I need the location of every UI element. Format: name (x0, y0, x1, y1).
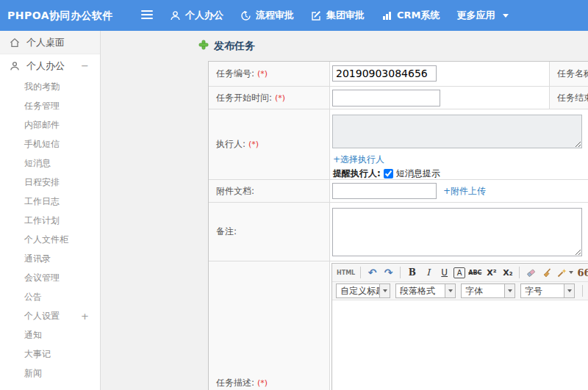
sidebar-item-news[interactable]: 新闻 (0, 364, 100, 383)
attachment-upload-link[interactable]: +附件上传 (443, 185, 486, 198)
strikethrough-button[interactable]: ABC (467, 265, 482, 280)
label-text: 执行人: (216, 138, 245, 151)
edit-icon (311, 10, 322, 21)
form-row-description: 任务描述: (*) HTML ↶ ↷ B I U A ABC (209, 261, 588, 390)
editor-toolbar-row-2: 自定义标题 段落格式 字体 字号 (332, 282, 588, 300)
description-label: 任务描述: (*) (209, 261, 330, 390)
history-icon (240, 10, 251, 21)
required-mark: (*) (248, 140, 259, 149)
auto-format-icon[interactable] (556, 265, 574, 280)
attachment-input[interactable] (332, 183, 437, 199)
nav-crm[interactable]: CRM系统 (381, 9, 440, 22)
sidebar-item-label: 新闻 (24, 367, 42, 380)
nav-personal-office[interactable]: 个人办公 (170, 9, 223, 22)
nav-more-apps[interactable]: 更多应用 (457, 9, 509, 22)
sidebar-item-contacts[interactable]: 通讯录 (0, 249, 100, 268)
sidebar-item-short-message[interactable]: 短消息 (0, 154, 100, 173)
custom-title-select[interactable]: 自定义标题 (336, 284, 390, 298)
nav-group-approval[interactable]: 集团审批 (311, 9, 365, 22)
chevron-down-icon (569, 271, 573, 274)
sidebar-item-internal-mail[interactable]: 内部邮件 (0, 115, 100, 134)
select-value: 自定义标题 (337, 285, 379, 297)
required-mark: (*) (257, 69, 268, 79)
page-title: 发布任务 (198, 39, 255, 53)
sidebar-item-personal-settings[interactable]: 个人设置 + (0, 306, 100, 325)
sidebar-item-attendance[interactable]: 我的考勤 (0, 77, 100, 96)
label-text: 备注: (216, 225, 237, 238)
plus-icon (198, 39, 209, 53)
border-text-button[interactable]: A (453, 267, 465, 278)
select-value: 字号 (521, 285, 564, 297)
nav-workflow-approval[interactable]: 流程审批 (240, 9, 294, 22)
sidebar-item-personal-office[interactable]: 个人办公 − (0, 54, 100, 77)
sidebar-item-announcement[interactable]: 公告 (0, 287, 100, 306)
home-icon (10, 37, 20, 48)
sidebar-item-memorabilia[interactable]: 大事记 (0, 344, 100, 364)
sidebar-item-label: 通知 (24, 329, 42, 342)
attachment-cell: +附件上传 (330, 180, 588, 202)
italic-button[interactable]: I (421, 265, 435, 280)
app-logo: PHPOA协同办公软件 (7, 0, 113, 31)
sidebar-item-notice[interactable]: 通知 (0, 325, 100, 344)
sidebar-item-work-log[interactable]: 工作日志 (0, 192, 100, 211)
chevron-down-icon (504, 284, 514, 297)
nav-label: 个人办公 (185, 9, 223, 22)
sidebar-item-mobile-sms[interactable]: 手机短信 (0, 134, 100, 154)
sidebar-item-work-plan[interactable]: 工作计划 (0, 211, 100, 230)
label-text: 任务编号: (216, 68, 254, 80)
select-value: 段落格式 (396, 285, 445, 297)
undo-button[interactable]: ↶ (365, 265, 379, 280)
chevron-down-icon (445, 284, 455, 297)
collapse-icon[interactable]: − (81, 61, 89, 71)
attachment-label: 附件文档: (209, 180, 330, 202)
paragraph-format-select[interactable]: 段落格式 (395, 284, 456, 298)
subscript-button[interactable]: X₂ (501, 265, 514, 280)
nav-label: 流程审批 (256, 9, 294, 22)
sidebar-item-file-cabinet[interactable]: 个人文件柜 (0, 230, 100, 249)
remark-textarea[interactable] (332, 208, 582, 256)
choose-executor-link[interactable]: +选择执行人 (333, 154, 588, 166)
sidebar-item-label: 手机短信 (24, 138, 60, 151)
html-source-button[interactable]: HTML (336, 265, 356, 280)
chevron-down-icon (564, 284, 574, 297)
bold-button[interactable]: B (405, 265, 419, 280)
label-text: 任务开始时间: (216, 92, 272, 104)
redo-button[interactable]: ↷ (381, 265, 395, 280)
eraser-icon[interactable] (524, 265, 538, 280)
task-name-label: 任务名称: (*) (549, 62, 588, 86)
superscript-button[interactable]: X² (484, 265, 498, 280)
toolbar-separator (360, 267, 361, 278)
sidebar-item-label: 会议管理 (24, 272, 60, 284)
sidebar-item-meeting-management[interactable]: 会议管理 (0, 268, 100, 287)
task-number-input[interactable] (332, 65, 437, 82)
sidebar-item-personal-desktop[interactable]: 个人桌面 (0, 31, 100, 54)
sidebar-item-schedule[interactable]: 日程安排 (0, 173, 100, 192)
nav-label: 集团审批 (326, 9, 365, 22)
description-cell: HTML ↶ ↷ B I U A ABC X² X₂ (330, 261, 588, 390)
form-row-task-number: 任务编号: (*) 任务名称: (*) (209, 62, 588, 87)
font-family-select[interactable]: 字体 (461, 284, 515, 298)
end-time-label: 任务结束时间: (*) (549, 87, 588, 109)
expand-icon[interactable]: + (81, 311, 89, 321)
toolbar-separator (519, 267, 520, 278)
underline-button[interactable]: U (437, 265, 451, 280)
start-time-input[interactable] (332, 90, 440, 106)
sidebar-item-label: 个人办公 (26, 59, 65, 73)
font-size-select[interactable]: 字号 (520, 284, 575, 298)
toolbar-separator (400, 267, 401, 278)
toolbar-separator (582, 285, 583, 297)
chevron-down-icon (379, 284, 390, 297)
menu-toggle-icon[interactable] (141, 10, 153, 21)
label-text: 任务结束时间: (557, 92, 588, 104)
editor-content[interactable] (332, 300, 588, 390)
blockquote-button[interactable]: 66 (576, 265, 588, 280)
executor-textarea[interactable] (332, 115, 582, 148)
sidebar-item-task-management[interactable]: 任务管理 (0, 96, 100, 115)
main-content: 发布任务 任务编号: (*) 任务名称: (*) 任务开始时间: (*) (101, 31, 588, 390)
format-brush-icon[interactable] (540, 265, 554, 280)
sms-remind-checkbox[interactable] (384, 169, 393, 178)
sidebar-item-label: 我的考勤 (24, 81, 60, 93)
nav-label: 更多应用 (457, 9, 495, 22)
sidebar-item-label: 日程安排 (24, 176, 60, 189)
executor-cell: +选择执行人 提醒执行人: 短消息提示 (330, 109, 588, 179)
